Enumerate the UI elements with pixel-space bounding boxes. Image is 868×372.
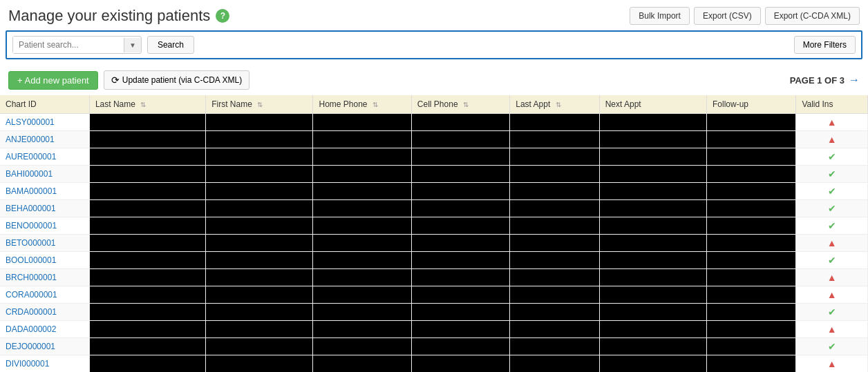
table-row: BEHA000001✔ — [0, 200, 868, 217]
chart-id-link[interactable]: AURE000001 — [6, 152, 56, 161]
warning-icon: ▲ — [827, 117, 837, 128]
table-body: ALSY000001▲ANJE000001▲AURE000001✔BAHI000… — [0, 114, 868, 373]
last_appt-cell — [510, 269, 599, 286]
last_name-cell — [89, 355, 205, 373]
last_appt-cell — [510, 338, 599, 355]
last_appt-cell — [510, 321, 599, 338]
col-header-last-appt[interactable]: Last Appt ⇅ — [510, 95, 599, 114]
chart-id-link[interactable]: BEHA000001 — [6, 204, 56, 213]
check-icon: ✔ — [828, 341, 836, 352]
first_name-cell — [206, 166, 313, 183]
header-bar: Manage your existing patients ? Bulk Imp… — [0, 0, 868, 30]
update-patient-button[interactable]: ⟳ Update patient (via C-CDA XML) — [104, 70, 249, 90]
search-button[interactable]: Search — [147, 36, 194, 54]
col-header-first-name[interactable]: First Name ⇅ — [206, 95, 313, 114]
home_phone-cell — [313, 200, 411, 217]
search-input[interactable] — [13, 37, 124, 53]
chart-id-link[interactable]: DIVI000001 — [6, 359, 49, 369]
cell_phone-cell — [411, 355, 509, 373]
followup-cell — [706, 235, 795, 252]
first_name-cell — [206, 235, 313, 252]
col-header-valid-ins: Valid Ins — [796, 95, 868, 114]
col-header-next-appt: Next Appt — [599, 95, 706, 114]
next_appt-cell — [599, 235, 706, 252]
export-ccda-button[interactable]: Export (C-CDA XML) — [765, 7, 860, 25]
check-icon: ✔ — [828, 203, 836, 214]
valid-ins-cell: ✔ — [796, 338, 868, 355]
cell_phone-cell — [411, 148, 509, 166]
last_name-cell — [89, 166, 205, 183]
chart-id-cell: ALSY000001 — [0, 114, 89, 131]
cell_phone-cell — [411, 286, 509, 304]
home_phone-cell — [313, 131, 411, 148]
chart-id-link[interactable]: ALSY000001 — [6, 117, 55, 127]
last_name-cell — [89, 269, 205, 286]
last_name-cell — [89, 217, 205, 235]
cell_phone-cell — [411, 304, 509, 321]
chart-id-cell: AURE000001 — [0, 148, 89, 166]
search-dropdown-btn[interactable]: ▼ — [124, 38, 141, 52]
warning-icon: ▲ — [827, 134, 837, 145]
home_phone-cell — [313, 269, 411, 286]
add-patient-button[interactable]: + Add new patient — [8, 71, 98, 90]
chart-id-link[interactable]: DEJO000001 — [6, 342, 55, 351]
chart-id-link[interactable]: DADA000002 — [6, 324, 56, 334]
chart-id-cell: BENO000001 — [0, 217, 89, 235]
last_appt-cell — [510, 355, 599, 373]
next_appt-cell — [599, 166, 706, 183]
search-input-wrapper: ▼ — [12, 36, 142, 54]
warning-icon: ▲ — [827, 237, 837, 248]
warning-icon: ▲ — [827, 324, 837, 335]
cell_phone-cell — [411, 166, 509, 183]
chart-id-link[interactable]: BAHI000001 — [6, 169, 53, 179]
chart-id-link[interactable]: BOOL000001 — [6, 255, 56, 265]
chart-id-cell: DIVI000001 — [0, 355, 89, 373]
chart-id-cell: ANJE000001 — [0, 131, 89, 148]
last_name-cell — [89, 321, 205, 338]
table-row: AURE000001✔ — [0, 148, 868, 166]
next_appt-cell — [599, 131, 706, 148]
last_appt-cell — [510, 217, 599, 235]
chart-id-link[interactable]: BRCH000001 — [6, 273, 57, 282]
first_name-cell — [206, 114, 313, 131]
chart-id-link[interactable]: BAMA000001 — [6, 186, 57, 196]
chart-id-cell: BEHA000001 — [0, 200, 89, 217]
home_phone-cell — [313, 148, 411, 166]
col-header-home-phone[interactable]: Home Phone ⇅ — [313, 95, 411, 114]
export-csv-button[interactable]: Export (CSV) — [694, 7, 761, 25]
followup-cell — [706, 304, 795, 321]
header-actions: Bulk Import Export (CSV) Export (C-CDA X… — [630, 7, 860, 25]
table-header-row: Chart ID Last Name ⇅ First Name ⇅ Home P… — [0, 95, 868, 114]
col-header-last-name[interactable]: Last Name ⇅ — [89, 95, 205, 114]
first_name-cell — [206, 200, 313, 217]
chart-id-link[interactable]: CORA000001 — [6, 290, 57, 300]
sort-arrows-last-name: ⇅ — [140, 101, 146, 108]
chart-id-link[interactable]: BETO000001 — [6, 238, 56, 248]
chart-id-cell: BETO000001 — [0, 235, 89, 252]
valid-ins-cell: ✔ — [796, 166, 868, 183]
sort-arrows-cell-phone: ⇅ — [463, 101, 469, 108]
last_appt-cell — [510, 114, 599, 131]
table-row: BAMA000001✔ — [0, 183, 868, 200]
col-header-cell-phone[interactable]: Cell Phone ⇅ — [411, 95, 509, 114]
help-icon[interactable]: ? — [216, 9, 229, 23]
valid-ins-cell: ▲ — [796, 114, 868, 131]
valid-ins-cell: ✔ — [796, 252, 868, 269]
table-row: ANJE000001▲ — [0, 131, 868, 148]
chart-id-link[interactable]: ANJE000001 — [6, 135, 55, 144]
first_name-cell — [206, 321, 313, 338]
warning-icon: ▲ — [827, 358, 837, 369]
valid-ins-cell: ✔ — [796, 148, 868, 166]
check-icon: ✔ — [828, 186, 836, 197]
pagination-next-icon[interactable]: → — [849, 74, 860, 86]
chart-id-link[interactable]: CRDA000001 — [6, 307, 57, 317]
table-row: BAHI000001✔ — [0, 166, 868, 183]
more-filters-button[interactable]: More Filters — [794, 36, 856, 54]
table-row: DEJO000001✔ — [0, 338, 868, 355]
page-title: Manage your existing patients — [8, 7, 210, 25]
followup-cell — [706, 148, 795, 166]
bulk-import-button[interactable]: Bulk Import — [630, 7, 690, 25]
next_appt-cell — [599, 355, 706, 373]
chart-id-link[interactable]: BENO000001 — [6, 221, 57, 231]
valid-ins-cell: ✔ — [796, 304, 868, 321]
